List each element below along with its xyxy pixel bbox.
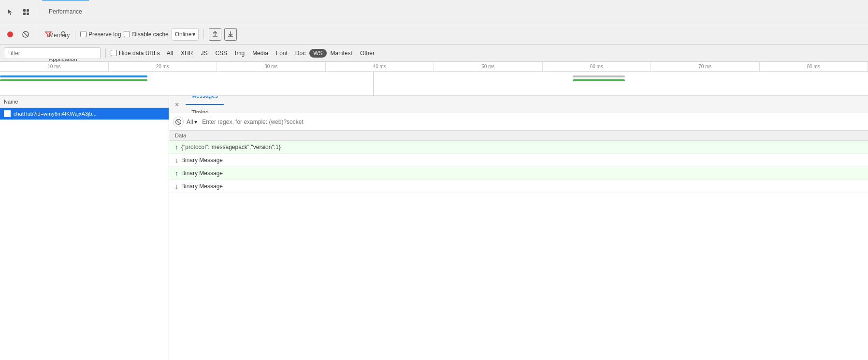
preserve-log-checkbox[interactable]: Preserve log [80, 31, 121, 38]
toolbar: Preserve log Disable cache Online ▾ [0, 24, 868, 45]
timeline-ruler: 10 ms20 ms30 ms40 ms50 ms60 ms70 ms80 ms [0, 62, 868, 72]
svg-rect-1 [27, 9, 29, 12]
message-text: {"protocol":"messagepack","version":1} [181, 144, 281, 150]
upload-icon [211, 30, 219, 38]
svg-line-8 [65, 35, 67, 37]
timeline-tick: 10 ms [0, 62, 109, 71]
disable-cache-input[interactable] [124, 31, 130, 37]
msg-down-arrow-icon: ↓ [175, 182, 178, 190]
msg-up-arrow-icon: ↑ [175, 143, 178, 151]
hide-data-urls-checkbox[interactable]: Hide data URLs [111, 50, 160, 57]
disable-cache-checkbox[interactable]: Disable cache [124, 31, 168, 38]
filter-type-js[interactable]: JS [197, 49, 211, 58]
timeline-tick: 80 ms [760, 62, 868, 71]
ban-icon [22, 30, 29, 38]
record-icon [7, 31, 14, 38]
upload-button[interactable] [209, 28, 221, 41]
svg-point-4 [7, 31, 13, 37]
cursor-icon [7, 8, 14, 16]
detail-tab-messages[interactable]: Messages [186, 96, 224, 105]
data-section-header: Data [169, 131, 868, 141]
filter-type-other[interactable]: Other [356, 49, 378, 58]
preserve-log-label: Preserve log [88, 31, 121, 38]
msg-filter-chevron-icon: ▾ [194, 119, 197, 125]
filter-type-all[interactable]: All [163, 49, 177, 58]
funnel-button[interactable] [42, 28, 55, 41]
timeline-tick: 40 ms [326, 62, 434, 71]
filter-type-doc[interactable]: Doc [291, 49, 309, 58]
filter-type-media[interactable]: Media [248, 49, 272, 58]
right-panel: × HeadersMessagesTimingInitiator All ▾ D… [169, 96, 868, 360]
funnel-icon [44, 30, 52, 38]
messages-filter: All ▾ [169, 113, 868, 131]
toolbar-divider-1 [37, 30, 37, 39]
msg-filter-input[interactable] [200, 119, 864, 125]
message-row[interactable]: ↑Binary Message [169, 167, 868, 180]
msg-up-arrow-icon: ↑ [175, 169, 178, 177]
svg-rect-0 [23, 9, 26, 12]
filter-divider [105, 48, 106, 58]
svg-rect-3 [27, 13, 29, 15]
message-text: Binary Message [181, 157, 223, 164]
timeline-bars [0, 72, 868, 96]
svg-line-10 [176, 120, 180, 124]
filter-type-xhr[interactable]: XHR [177, 49, 197, 58]
request-item-icon [4, 110, 11, 117]
svg-rect-2 [23, 13, 26, 15]
message-row[interactable]: ↓Binary Message [169, 180, 868, 193]
online-chevron-icon: ▾ [192, 31, 195, 38]
filter-type-ws[interactable]: WS [309, 49, 326, 58]
ban-button[interactable] [19, 28, 32, 41]
message-row[interactable]: ↓Binary Message [169, 154, 868, 167]
search-button[interactable] [58, 28, 70, 41]
timeline-tick: 70 ms [651, 62, 760, 71]
msg-ban-icon [175, 119, 182, 125]
devtools-icons [4, 5, 37, 19]
timeline-bar-green-right [573, 79, 625, 81]
timeline-tick: 60 ms [543, 62, 651, 71]
svg-line-6 [24, 32, 28, 36]
request-item-name: chatHub?id=wmy6m4fKWajxA3jb... [14, 111, 97, 117]
download-icon [227, 30, 234, 38]
msg-filter-all-select[interactable]: All ▾ [187, 119, 197, 125]
request-item[interactable]: chatHub?id=wmy6m4fKWajxA3jb... [0, 108, 169, 120]
left-panel-header: Name [0, 96, 169, 108]
tab-bar: ElementsConsoleSourcesNetworkPerformance… [0, 0, 868, 24]
filter-bar: Hide data URLs AllXHRJSCSSImgMediaFontDo… [0, 45, 868, 62]
layers-icon [22, 8, 30, 16]
disable-cache-label: Disable cache [132, 31, 168, 38]
filter-input-wrap [4, 47, 101, 59]
layers-icon-btn[interactable] [19, 5, 33, 19]
filter-type-css[interactable]: CSS [211, 49, 231, 58]
toolbar-divider-2 [75, 30, 75, 39]
preserve-log-input[interactable] [80, 31, 87, 37]
timeline: 10 ms20 ms30 ms40 ms50 ms60 ms70 ms80 ms [0, 62, 868, 96]
filter-type-font[interactable]: Font [272, 49, 291, 58]
filter-type-manifest[interactable]: Manifest [327, 49, 356, 58]
online-select[interactable]: Online ▾ [172, 28, 199, 41]
tab-performance[interactable]: Performance [42, 0, 89, 24]
message-row[interactable]: ↑{"protocol":"messagepack","version":1} [169, 141, 868, 154]
filter-type-buttons: AllXHRJSCSSImgMediaFontDocWSManifestOthe… [163, 49, 378, 58]
timeline-tick: 50 ms [434, 62, 543, 71]
timeline-bar-gray [573, 75, 625, 77]
filter-input[interactable] [7, 50, 97, 57]
online-label: Online [175, 31, 192, 38]
timeline-bar-blue [0, 75, 147, 77]
msg-filter-all-label: All [187, 119, 193, 125]
filter-type-img[interactable]: Img [231, 49, 248, 58]
message-text: Binary Message [181, 183, 223, 190]
download-button[interactable] [224, 28, 237, 41]
main-layout: Name chatHub?id=wmy6m4fKWajxA3jb... × He… [0, 96, 868, 360]
toolbar-divider-3 [203, 30, 204, 39]
timeline-tick: 30 ms [217, 62, 326, 71]
timeline-bar-green-left [0, 79, 147, 81]
msg-filter-ban-button[interactable] [173, 117, 184, 127]
hide-data-urls-input[interactable] [111, 50, 117, 56]
record-button[interactable] [4, 28, 16, 41]
message-list: ↑{"protocol":"messagepack","version":1}↓… [169, 141, 868, 193]
detail-close-button[interactable]: × [173, 100, 181, 109]
timeline-tick: 20 ms [109, 62, 217, 71]
cursor-icon-btn[interactable] [4, 5, 17, 19]
detail-tabs: × HeadersMessagesTimingInitiator [169, 96, 868, 113]
